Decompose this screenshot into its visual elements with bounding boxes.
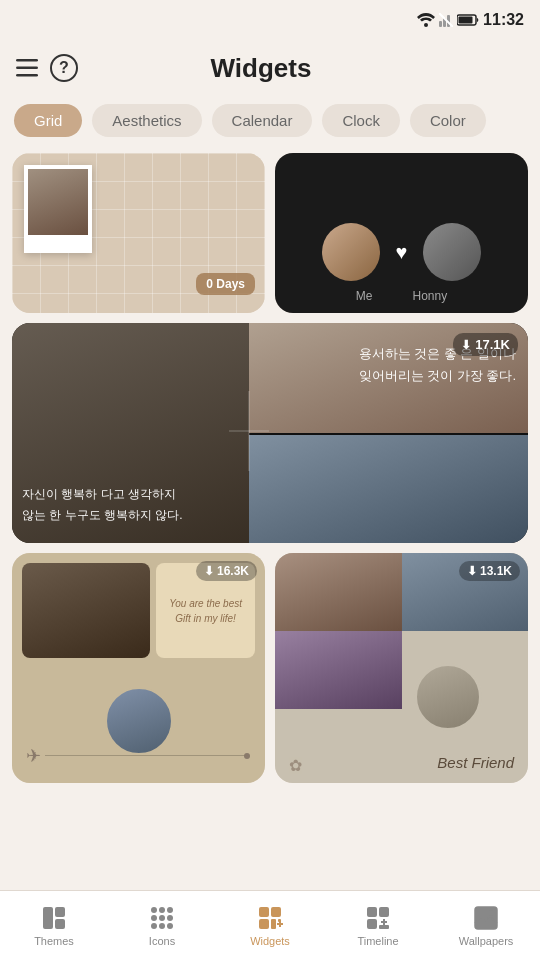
svg-point-14	[244, 753, 250, 759]
wifi-icon	[417, 13, 435, 27]
widget-row-3: ⬇ 16.3K You are the best Gift in my life…	[12, 553, 528, 783]
download-number-1: 17.1K	[475, 337, 510, 352]
widgets-grid: 0 Days ♥ Me Honny	[0, 145, 540, 885]
bf-photo-bl	[275, 631, 402, 709]
bestfriend-label: Best Friend	[437, 754, 514, 771]
bestfriend-bg: ⬇ 13.1K Best Friend ✿	[275, 553, 528, 783]
header-left-icons: ?	[16, 54, 78, 82]
svg-rect-27	[259, 907, 269, 917]
nav-item-timeline[interactable]: Timeline	[324, 905, 432, 947]
couple-photos-row: ♥	[322, 223, 482, 281]
download-number-3: 13.1K	[480, 564, 512, 578]
icons-icon	[149, 905, 175, 931]
widget-row-2: ⬇ 17.1K 용서하는 것은 좋 은 일이나잊어버리는 것이 가장 좋다.	[12, 323, 528, 543]
svg-point-20	[167, 907, 173, 913]
svg-rect-15	[43, 907, 53, 929]
plane-icon: ✈	[26, 745, 41, 767]
svg-rect-35	[379, 907, 389, 917]
couple-names: Me Honny	[356, 289, 447, 303]
nav-label-timeline: Timeline	[357, 935, 398, 947]
themes-icon	[41, 905, 67, 931]
help-button[interactable]: ?	[50, 54, 78, 82]
svg-point-22	[159, 915, 165, 921]
widget-best-friend[interactable]: ⬇ 13.1K Best Friend ✿	[275, 553, 528, 783]
download-count-1: ⬇ 17.1K	[453, 333, 518, 356]
svg-point-19	[159, 907, 165, 913]
widget-travel[interactable]: ⬇ 16.3K You are the best Gift in my life…	[12, 553, 265, 783]
days-badge: 0 Days	[196, 273, 255, 295]
svg-point-18	[151, 907, 157, 913]
travel-note-text: You are the best Gift in my life!	[162, 596, 249, 626]
heart-icon: ♥	[396, 241, 408, 264]
bf-circle-photo	[414, 663, 482, 731]
svg-point-23	[167, 915, 173, 921]
svg-rect-40	[475, 907, 497, 929]
nav-label-wallpapers: Wallpapers	[459, 935, 514, 947]
svg-point-24	[151, 923, 157, 929]
nav-item-wallpapers[interactable]: Wallpapers	[432, 905, 540, 947]
widget-row-1: 0 Days ♥ Me Honny	[12, 153, 528, 313]
photo-honny	[423, 223, 481, 281]
nav-item-icons[interactable]: Icons	[108, 905, 216, 947]
download-number-2: 16.3K	[217, 564, 249, 578]
status-icons: 11:32	[417, 11, 524, 29]
tab-color[interactable]: Color	[410, 104, 486, 137]
name-honny: Honny	[412, 289, 447, 303]
svg-rect-6	[459, 17, 473, 24]
dl-icon-3: ⬇	[467, 564, 477, 578]
download-count-2: ⬇ 16.3K	[196, 561, 257, 581]
tab-grid[interactable]: Grid	[14, 104, 82, 137]
svg-rect-16	[55, 907, 65, 917]
dl-icon-2: ⬇	[204, 564, 214, 578]
svg-rect-30	[271, 919, 276, 929]
wallpapers-icon	[473, 905, 499, 931]
svg-rect-37	[379, 925, 389, 929]
widget-couple-dark[interactable]: ♥ Me Honny	[275, 153, 528, 313]
svg-rect-8	[16, 67, 38, 70]
polaroid-photo	[28, 169, 88, 235]
tab-calendar[interactable]: Calendar	[212, 104, 313, 137]
menu-button[interactable]	[16, 59, 38, 77]
hamburger-icon	[16, 59, 38, 77]
svg-rect-17	[55, 919, 65, 929]
travel-bottom: ✈	[12, 663, 265, 783]
help-icon: ?	[50, 54, 78, 82]
battery-icon	[457, 14, 479, 26]
nav-label-widgets: Widgets	[250, 935, 290, 947]
quote-text-bottom: 자신이 행복하 다고 생각하지않는 한 누구도 행복하지 않다.	[22, 484, 249, 525]
svg-rect-36	[367, 919, 377, 929]
svg-rect-28	[271, 907, 281, 917]
travel-main-photo	[22, 563, 150, 658]
svg-rect-29	[259, 919, 269, 929]
svg-rect-34	[367, 907, 377, 917]
svg-rect-7	[16, 59, 38, 62]
tab-clock[interactable]: Clock	[322, 104, 400, 137]
app-header: ? Widgets	[0, 40, 540, 96]
svg-rect-1	[439, 21, 442, 27]
signal-icon	[439, 13, 453, 27]
category-tabs: Grid Aesthetics Calendar Clock Color	[0, 96, 540, 145]
polaroid-frame	[24, 165, 92, 253]
status-bar: 11:32	[0, 0, 540, 40]
svg-text:?: ?	[59, 59, 69, 76]
timeline-icon	[365, 905, 391, 931]
nav-item-widgets[interactable]: Widgets	[216, 905, 324, 947]
svg-point-21	[151, 915, 157, 921]
svg-rect-9	[16, 74, 38, 77]
tab-aesthetics[interactable]: Aesthetics	[92, 104, 201, 137]
bottom-navigation: Themes Icons Widgets	[0, 890, 540, 960]
name-me: Me	[356, 289, 373, 303]
plane-path: ✈	[26, 745, 251, 767]
widget-quote-full[interactable]: ⬇ 17.1K 용서하는 것은 좋 은 일이나잊어버리는 것이 가장 좋다.	[12, 323, 528, 543]
download-icon: ⬇	[461, 338, 471, 352]
bf-photo-tl	[275, 553, 402, 631]
nav-label-themes: Themes	[34, 935, 74, 947]
photo-me	[322, 223, 380, 281]
svg-point-25	[159, 923, 165, 929]
widget-beige-grid[interactable]: 0 Days	[12, 153, 265, 313]
svg-point-0	[424, 23, 428, 27]
svg-point-26	[167, 923, 173, 929]
nav-item-themes[interactable]: Themes	[0, 905, 108, 947]
floral-decoration: ✿	[289, 756, 302, 775]
nav-label-icons: Icons	[149, 935, 175, 947]
